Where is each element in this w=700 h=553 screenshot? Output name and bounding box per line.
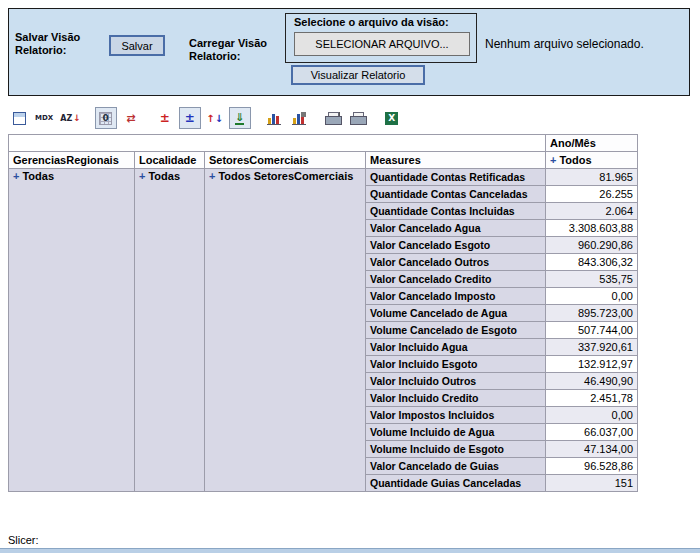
- dim-header-measures: Measures: [366, 152, 546, 169]
- plus-blue-icon: ±: [185, 111, 195, 125]
- zero-grid-icon: 0: [99, 112, 112, 125]
- value-cell: 895.723,00: [546, 305, 638, 322]
- measure-label-cell: Valor Cancelado Esgoto: [366, 237, 546, 254]
- expand-icon[interactable]: +: [209, 170, 215, 182]
- show-empty-cells-button[interactable]: 0: [95, 107, 117, 129]
- value-cell: 26.255: [546, 186, 638, 203]
- measure-label-cell: Volume Cancelado de Esgoto: [366, 322, 546, 339]
- drill-member-button[interactable]: ±: [154, 107, 176, 129]
- row-member-cell: +Todos SetoresComerciais: [205, 169, 366, 492]
- measure-label-cell: Volume Cancelado de Agua: [366, 305, 546, 322]
- show-chart-button[interactable]: [263, 107, 285, 129]
- measure-label-cell: Quantidade Contas Canceladas: [366, 186, 546, 203]
- export-excel-button[interactable]: X: [381, 107, 403, 129]
- app-window: Salvar Visão Relatorio: Salvar Carregar …: [0, 0, 700, 553]
- pivot-table: Ano/Mês GerenciasRegionais Localidade Se…: [8, 134, 638, 492]
- measure-label-cell: Valor Incluido Outros: [366, 373, 546, 390]
- measure-label-cell: Valor Cancelado de Guias: [366, 458, 546, 475]
- drill-position-button[interactable]: ±: [179, 107, 201, 129]
- cube-icon: [13, 112, 26, 125]
- expand-icon[interactable]: +: [550, 154, 556, 166]
- value-cell: 0,00: [546, 288, 638, 305]
- expand-icon[interactable]: +: [139, 170, 145, 182]
- sort-icon: AZ: [60, 113, 81, 123]
- member-label: Todas: [22, 170, 54, 182]
- corner-blank-cell: [9, 135, 546, 152]
- value-cell: 535,75: [546, 271, 638, 288]
- dim-header-gerencias: GerenciasRegionais: [9, 152, 135, 169]
- value-cell: 66.037,00: [546, 424, 638, 441]
- measure-label-cell: Valor Incluido Esgoto: [366, 356, 546, 373]
- value-cell: 0,00: [546, 407, 638, 424]
- expand-icon[interactable]: +: [13, 170, 19, 182]
- file-selection-box: Selecione o arquivo da visão: SELECIONAR…: [285, 13, 477, 63]
- column-dimension-header: Ano/Mês: [546, 135, 638, 152]
- measure-label-cell: Quantidade Contas Incluidas: [366, 203, 546, 220]
- drill-through-button[interactable]: ⇓: [229, 107, 251, 129]
- measure-label-cell: Volume Incluido de Agua: [366, 424, 546, 441]
- measure-label-cell: Valor Incluido Credito: [366, 390, 546, 407]
- measure-label-cell: Volume Incluido de Esgoto: [366, 441, 546, 458]
- value-cell: 507.744,00: [546, 322, 638, 339]
- dim-header-localidade: Localidade: [135, 152, 205, 169]
- report-view-panel: Salvar Visão Relatorio: Salvar Carregar …: [8, 8, 690, 96]
- olap-navigator-button[interactable]: [8, 107, 30, 129]
- plus-red-icon: ±: [160, 111, 170, 125]
- slicer-label: Slicer:: [8, 534, 39, 546]
- measure-label-cell: Valor Cancelado Credito: [366, 271, 546, 288]
- configure-print-button[interactable]: [322, 107, 344, 129]
- chart-icon: [267, 112, 281, 125]
- column-dimension-label: Ano/Mês: [550, 137, 596, 149]
- select-file-button[interactable]: SELECIONAR ARQUIVO...: [294, 32, 470, 56]
- view-report-button[interactable]: Visualizar Relatorio: [291, 65, 425, 85]
- load-view-label: Carregar Visão Relatorio:: [189, 37, 267, 63]
- value-cell: 2.451,78: [546, 390, 638, 407]
- value-cell: 3.308.603,88: [546, 220, 638, 237]
- swap-axes-button[interactable]: ⇄: [120, 107, 142, 129]
- configure-chart-button[interactable]: [288, 107, 310, 129]
- measures-body: +Todas+Todas+Todos SetoresComerciaisQuan…: [9, 169, 638, 492]
- drill-replace-button[interactable]: [204, 107, 226, 129]
- value-cell: 81.965: [546, 169, 638, 186]
- swap-icon: ⇄: [126, 112, 135, 125]
- value-cell: 46.490,90: [546, 373, 638, 390]
- sort-button[interactable]: AZ: [58, 107, 83, 129]
- measure-label-cell: Valor Cancelado Agua: [366, 220, 546, 237]
- up-down-icon: [206, 113, 223, 124]
- dimension-header-row: GerenciasRegionais Localidade SetoresCom…: [9, 152, 638, 169]
- measure-label-cell: Valor Cancelado Outros: [366, 254, 546, 271]
- measure-label-cell: Valor Impostos Incluidos: [366, 407, 546, 424]
- mdx-icon: MDX: [35, 114, 53, 122]
- row-member-cell: +Todas: [135, 169, 205, 492]
- member-label: Todos SetoresComerciais: [218, 170, 353, 182]
- mdx-editor-button[interactable]: MDX: [33, 107, 55, 129]
- table-row: +Todas+Todas+Todos SetoresComerciaisQuan…: [9, 169, 638, 186]
- value-cell: 843.306,32: [546, 254, 638, 271]
- column-member-label: Todos: [559, 154, 591, 166]
- bottom-divider: [0, 548, 700, 553]
- corner-row: Ano/Mês: [9, 135, 638, 152]
- measure-label-cell: Valor Incluido Agua: [366, 339, 546, 356]
- drill-through-icon: ⇓: [235, 112, 244, 125]
- save-view-label: Salvar Visão Relatorio:: [15, 31, 80, 57]
- print-config-icon: [325, 112, 340, 125]
- excel-icon: X: [385, 112, 398, 125]
- value-cell: 960.290,86: [546, 237, 638, 254]
- save-button[interactable]: Salvar: [109, 35, 165, 56]
- file-status-text: Nenhum arquivo selecionado.: [485, 37, 644, 51]
- value-cell: 132.912,97: [546, 356, 638, 373]
- measure-label-cell: Quantidade Contas Retificadas: [366, 169, 546, 186]
- dim-header-setores: SetoresComerciais: [205, 152, 366, 169]
- print-pdf-button[interactable]: [347, 107, 369, 129]
- member-label: Todas: [148, 170, 180, 182]
- value-cell: 96.528,86: [546, 458, 638, 475]
- value-cell: 151: [546, 475, 638, 492]
- file-selection-label: Selecione o arquivo da visão:: [294, 16, 449, 28]
- print-icon: [350, 112, 365, 125]
- column-member-header: +Todos: [546, 152, 638, 169]
- chart-config-icon: [292, 112, 306, 125]
- value-cell: 2.064: [546, 203, 638, 220]
- value-cell: 47.134,00: [546, 441, 638, 458]
- measure-label-cell: Valor Cancelado Imposto: [366, 288, 546, 305]
- toolbar: MDXAZ0⇄±±⇓X: [8, 105, 403, 131]
